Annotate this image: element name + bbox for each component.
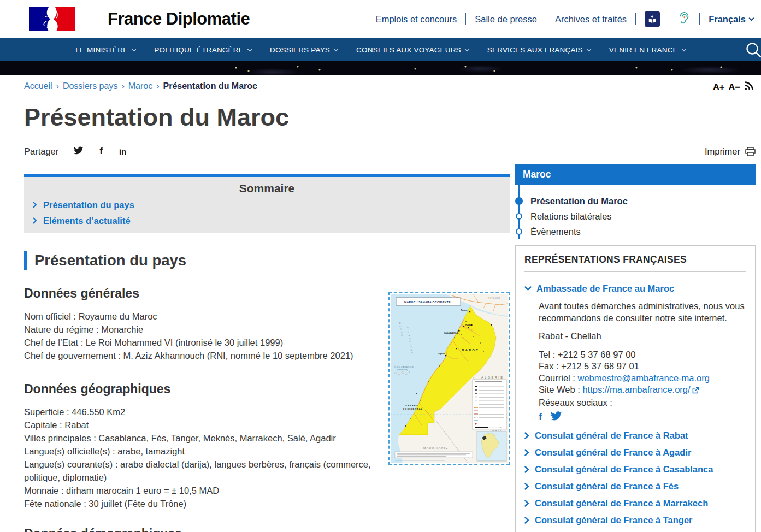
header-link-archives[interactable]: Archives et traités: [555, 14, 627, 25]
text-size-tools: A+ A−: [713, 81, 753, 93]
sommaire-link-actualite[interactable]: Eléments d’actualité: [33, 215, 501, 226]
chevron-down-icon: [247, 46, 252, 51]
consulate-link-tanger[interactable]: Consulat général de France à Tanger: [524, 515, 746, 525]
consulate-link-fes[interactable]: Consulat général de France à Fès: [524, 481, 746, 492]
sommaire-link-label: Présentation du pays: [43, 199, 134, 210]
easy-read-icon[interactable]: [645, 11, 660, 27]
map-label-maroc: MAROC: [462, 348, 479, 352]
consulate-link-agadir[interactable]: Consulat général de France à Agadir: [524, 447, 746, 458]
dot-icon: [516, 228, 522, 235]
consulate-label: Consulat général de France à Marrakech: [535, 498, 708, 509]
embassy-website-row: Site Web : https://ma.ambafrance.org/: [539, 384, 746, 397]
breadcrumb-separator: ›: [121, 81, 124, 91]
sommaire-box: Sommaire Présentation du pays Eléments d…: [24, 174, 510, 233]
main-content: Sommaire Présentation du pays Eléments d…: [24, 164, 510, 532]
chevron-down-icon: [132, 46, 136, 51]
facebook-icon[interactable]: f: [539, 411, 542, 423]
chevron-down-icon: [465, 46, 469, 51]
map-label-rabat: RABAT: [465, 323, 473, 326]
sidebar: Maroc Présentation du Maroc Relations bi…: [515, 164, 756, 532]
rss-icon[interactable]: [744, 81, 753, 93]
print-button[interactable]: Imprimer: [705, 146, 756, 157]
share-icons: f in: [74, 146, 126, 157]
breadcrumb-dossiers-pays[interactable]: Dossiers pays: [63, 81, 117, 91]
nav-item-label: VENIR EN FRANCE: [609, 46, 678, 54]
nav-item-dossiers[interactable]: DOSSIERS PAYS: [270, 46, 338, 54]
email-link[interactable]: webmestre@ambafrance-ma.org: [578, 373, 710, 383]
sidebar-item-evenements[interactable]: Évènements: [516, 226, 756, 237]
consulate-label: Consulat général de France à Agadir: [535, 447, 691, 458]
header-link-emplois[interactable]: Emplois et concours: [376, 14, 457, 25]
map-label-sahara: SAHARA: [405, 404, 418, 407]
map-label-mauritanie: MAURITANIE: [423, 446, 448, 450]
consulate-link-casablanca[interactable]: Consulat général de France à Casablanca: [524, 464, 746, 475]
share-label: Partager: [24, 146, 58, 157]
chevron-down-icon: [587, 46, 591, 51]
header-utility-links: Emplois et concours Salle de presse Arch…: [376, 11, 753, 28]
map-label-agadir: Agadir: [438, 353, 445, 355]
sidebar-country-title: Maroc: [515, 164, 756, 185]
embassy-location: Rabat - Chellah: [539, 330, 746, 342]
page-title: Présentation du Maroc: [24, 103, 761, 132]
breadcrumb-row: Accueil › Dossiers pays › Maroc › Présen…: [24, 81, 756, 93]
embassy-label: Ambassade de France au Maroc: [536, 283, 674, 294]
printer-icon: [745, 147, 756, 156]
site-header: France Diplomatie Emplois et concours Sa…: [0, 0, 761, 38]
france-flag-logo[interactable]: [25, 6, 79, 32]
consulate-link-marrakech[interactable]: Consulat général de France à Marrakech: [524, 498, 746, 509]
nav-item-voyageurs[interactable]: CONSEILS AUX VOYAGEURS: [356, 46, 469, 54]
chevron-right-icon: [524, 466, 529, 473]
nav-item-ministere[interactable]: LE MINISTÈRE: [75, 46, 135, 54]
brand-title: France Diplomatie: [108, 9, 250, 29]
share-row: Partager f in Imprimer: [24, 146, 756, 157]
nav-item-services[interactable]: SERVICES AUX FRANÇAIS: [487, 46, 591, 54]
main-nav: LE MINISTÈRE POLITIQUE ÉTRANGÈRE DOSSIER…: [0, 38, 761, 61]
ear-accessibility-icon[interactable]: [678, 11, 691, 28]
facebook-icon[interactable]: f: [99, 146, 103, 157]
nav-item-label: POLITIQUE ÉTRANGÈRE: [154, 46, 244, 54]
breadcrumb: Accueil › Dossiers pays › Maroc › Présen…: [24, 81, 756, 91]
chevron-right-icon: [33, 202, 37, 208]
divider: [524, 271, 746, 272]
breadcrumb-maroc[interactable]: Maroc: [128, 81, 152, 91]
nav-item-label: DOSSIERS PAYS: [270, 46, 330, 54]
chevron-right-icon: [524, 500, 529, 507]
nav-item-label: CONSEILS AUX VOYAGEURS: [356, 46, 461, 54]
embassy-contact: Tel : +212 5 37 68 97 00 Fax : +212 5 37…: [539, 349, 746, 409]
divider: [465, 13, 466, 25]
search-icon[interactable]: [745, 41, 761, 62]
linkedin-icon[interactable]: in: [119, 147, 126, 156]
twitter-icon[interactable]: [74, 146, 83, 157]
active-dot-icon: [515, 197, 523, 205]
morocco-map-image[interactable]: Tanger RABAT CASABLANCA Agadir MAROC SAH…: [388, 292, 510, 465]
sidebar-item-presentation[interactable]: Présentation du Maroc: [516, 196, 756, 206]
map-label-tanger: Tanger: [461, 309, 468, 311]
font-increase-button[interactable]: A+: [713, 82, 725, 92]
sommaire-link-presentation[interactable]: Présentation du pays: [33, 199, 501, 210]
consulate-label: Consulat général de France à Fès: [535, 481, 679, 492]
breadcrumb-accueil[interactable]: Accueil: [24, 81, 52, 91]
demographic-data-title-partial: Données démographiques: [24, 527, 510, 532]
embassy-toggle[interactable]: Ambassade de France au Maroc: [524, 283, 746, 294]
map-title: MAROC / SAHARA OCCIDENTAL: [404, 300, 452, 304]
language-selector[interactable]: Français: [709, 14, 753, 25]
embassy-notice: Avant toutes démarches administratives, …: [539, 300, 746, 324]
twitter-icon[interactable]: [551, 411, 562, 423]
website-link[interactable]: https://ma.ambafrance.org/: [582, 385, 690, 394]
nav-item-venir[interactable]: VENIR EN FRANCE: [609, 46, 686, 54]
chevron-right-icon: [524, 483, 529, 490]
font-decrease-button[interactable]: A−: [728, 82, 740, 92]
map-label-espagne: ESPAGNE: [488, 297, 501, 299]
consulate-link-rabat[interactable]: Consulat général de France à Rabat: [524, 430, 746, 441]
night-earth-banner: [0, 61, 761, 75]
map-label-canaries: ÎLES CANARIES: [394, 365, 414, 368]
website-label: Site Web :: [539, 385, 580, 394]
nav-item-politique[interactable]: POLITIQUE ÉTRANGÈRE: [154, 46, 251, 54]
divider: [669, 13, 669, 25]
dot-icon: [516, 213, 522, 220]
header-link-presse[interactable]: Salle de presse: [475, 14, 537, 25]
country-section-nav: Présentation du Maroc Relations bilatéra…: [516, 192, 756, 237]
sidebar-item-relations[interactable]: Relations bilatérales: [516, 211, 756, 222]
sommaire-link-label: Eléments d’actualité: [43, 215, 131, 226]
embassy-social-icons: f: [539, 411, 746, 423]
